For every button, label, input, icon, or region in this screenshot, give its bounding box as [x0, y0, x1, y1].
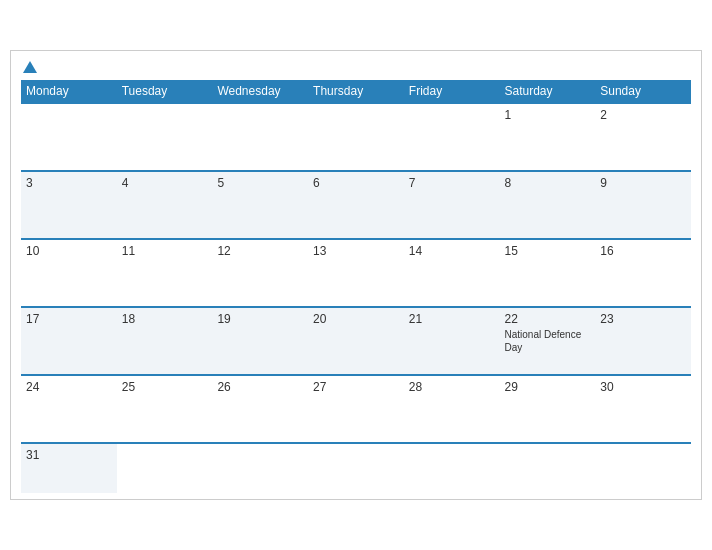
calendar-cell: 4: [117, 171, 213, 239]
calendar-cell: 25: [117, 375, 213, 443]
calendar-cell: 27: [308, 375, 404, 443]
calendar-cell: [404, 103, 500, 171]
day-number: 24: [26, 380, 39, 394]
calendar-cell: 21: [404, 307, 500, 375]
calendar-cell: 19: [212, 307, 308, 375]
day-number: 19: [217, 312, 230, 326]
calendar-cell: 23: [595, 307, 691, 375]
calendar-cell: 1: [500, 103, 596, 171]
calendar-week-row: 12: [21, 103, 691, 171]
event-text: National Defence Day: [505, 328, 591, 354]
day-number: 15: [505, 244, 518, 258]
calendar-cell: [212, 443, 308, 493]
day-number: 29: [505, 380, 518, 394]
day-number: 16: [600, 244, 613, 258]
calendar-cell: [308, 443, 404, 493]
calendar-header: [21, 61, 691, 74]
calendar-cell: 31: [21, 443, 117, 493]
calendar-cell: 11: [117, 239, 213, 307]
calendar-cell: 24: [21, 375, 117, 443]
calendar-cell: [595, 443, 691, 493]
calendar-cell: 5: [212, 171, 308, 239]
calendar-cell: 29: [500, 375, 596, 443]
day-number: 25: [122, 380, 135, 394]
day-number: 30: [600, 380, 613, 394]
day-number: 4: [122, 176, 129, 190]
calendar-grid: MondayTuesdayWednesdayThursdayFridaySatu…: [21, 80, 691, 493]
day-number: 31: [26, 448, 39, 462]
calendar-cell: 6: [308, 171, 404, 239]
day-number: 13: [313, 244, 326, 258]
weekday-header-tuesday: Tuesday: [117, 80, 213, 103]
day-number: 12: [217, 244, 230, 258]
calendar-cell: 13: [308, 239, 404, 307]
day-number: 14: [409, 244, 422, 258]
calendar-cell: 8: [500, 171, 596, 239]
day-number: 20: [313, 312, 326, 326]
calendar-week-row: 171819202122National Defence Day23: [21, 307, 691, 375]
day-number: 17: [26, 312, 39, 326]
calendar-cell: [404, 443, 500, 493]
calendar-week-row: 31: [21, 443, 691, 493]
day-number: 1: [505, 108, 512, 122]
day-number: 26: [217, 380, 230, 394]
calendar-cell: [212, 103, 308, 171]
day-number: 27: [313, 380, 326, 394]
calendar-cell: 10: [21, 239, 117, 307]
calendar-cell: 9: [595, 171, 691, 239]
day-number: 3: [26, 176, 33, 190]
day-number: 21: [409, 312, 422, 326]
calendar-cell: 17: [21, 307, 117, 375]
day-number: 6: [313, 176, 320, 190]
calendar-cell: 22National Defence Day: [500, 307, 596, 375]
calendar-cell: 30: [595, 375, 691, 443]
weekday-header-sunday: Sunday: [595, 80, 691, 103]
calendar-cell: 14: [404, 239, 500, 307]
day-number: 5: [217, 176, 224, 190]
calendar-cell: [117, 103, 213, 171]
weekday-header-thursday: Thursday: [308, 80, 404, 103]
calendar-cell: [308, 103, 404, 171]
day-number: 9: [600, 176, 607, 190]
weekday-header-row: MondayTuesdayWednesdayThursdayFridaySatu…: [21, 80, 691, 103]
weekday-header-saturday: Saturday: [500, 80, 596, 103]
day-number: 11: [122, 244, 135, 258]
calendar-cell: 15: [500, 239, 596, 307]
calendar-cell: 28: [404, 375, 500, 443]
day-number: 10: [26, 244, 39, 258]
calendar-cell: [21, 103, 117, 171]
calendar-cell: 7: [404, 171, 500, 239]
day-number: 22: [505, 312, 518, 326]
calendar-cell: 26: [212, 375, 308, 443]
calendar-cell: 20: [308, 307, 404, 375]
day-number: 7: [409, 176, 416, 190]
calendar-cell: 18: [117, 307, 213, 375]
day-number: 2: [600, 108, 607, 122]
day-number: 23: [600, 312, 613, 326]
calendar-cell: [117, 443, 213, 493]
weekday-header-wednesday: Wednesday: [212, 80, 308, 103]
day-number: 28: [409, 380, 422, 394]
calendar-cell: 16: [595, 239, 691, 307]
calendar-cell: 12: [212, 239, 308, 307]
calendar-week-row: 10111213141516: [21, 239, 691, 307]
calendar-cell: [500, 443, 596, 493]
calendar-wrapper: MondayTuesdayWednesdayThursdayFridaySatu…: [10, 50, 702, 500]
calendar-week-row: 24252627282930: [21, 375, 691, 443]
logo: [21, 61, 37, 74]
calendar-cell: 2: [595, 103, 691, 171]
weekday-header-monday: Monday: [21, 80, 117, 103]
calendar-cell: 3: [21, 171, 117, 239]
day-number: 18: [122, 312, 135, 326]
weekday-header-friday: Friday: [404, 80, 500, 103]
logo-triangle-icon: [23, 61, 37, 73]
calendar-week-row: 3456789: [21, 171, 691, 239]
day-number: 8: [505, 176, 512, 190]
